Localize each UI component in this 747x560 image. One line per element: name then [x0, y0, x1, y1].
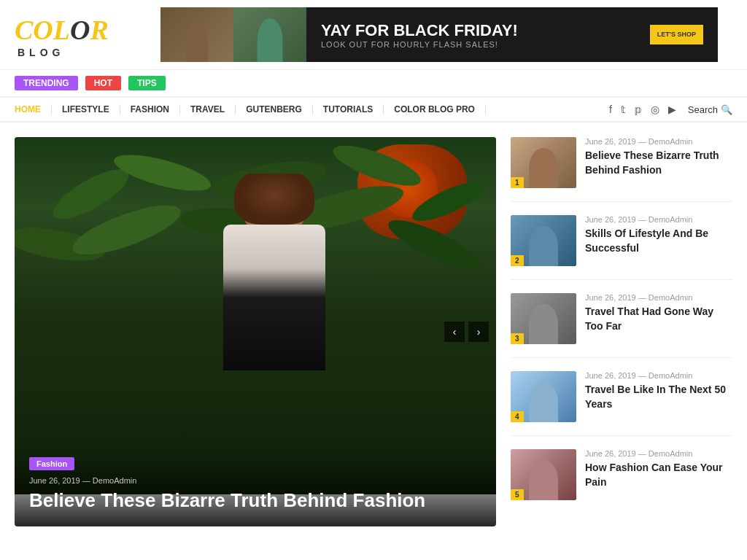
- sidebar-thumb-3: 3: [511, 293, 576, 344]
- tag-trending[interactable]: TRENDING: [15, 76, 78, 90]
- header: COLOR BLOG YAY FOR BLACK FRIDAY! LOOK OU…: [0, 0, 747, 70]
- banner-ad-text: YAY FOR BLACK FRIDAY! LOOK OUT FOR HOURL…: [321, 21, 518, 49]
- main-content: ‹ › Fashion June 26, 2019 — DemoAdmin Be…: [0, 122, 747, 541]
- featured-author: DemoAdmin: [93, 476, 137, 485]
- youtube-icon[interactable]: ▶: [668, 104, 676, 115]
- instagram-icon[interactable]: ◎: [651, 104, 659, 115]
- sidebar-author-4: DemoAdmin: [649, 371, 693, 380]
- sidebar-author-1: DemoAdmin: [649, 137, 693, 146]
- featured-article[interactable]: ‹ › Fashion June 26, 2019 — DemoAdmin Be…: [15, 137, 496, 526]
- thumb-num-5: 5: [511, 489, 524, 500]
- sidebar-info-5: June 26, 2019 — DemoAdmin How Fashion Ca…: [585, 449, 732, 489]
- banner-main-text: YAY FOR BLACK FRIDAY!: [321, 21, 518, 40]
- sidebar-meta-3: June 26, 2019 — DemoAdmin: [585, 293, 732, 302]
- tag-tips[interactable]: TIPS: [128, 76, 166, 90]
- sidebar-meta-5: June 26, 2019 — DemoAdmin: [585, 449, 732, 458]
- featured-image: [15, 137, 496, 494]
- featured-separator: —: [82, 476, 93, 485]
- tag-hot[interactable]: HOT: [85, 76, 121, 90]
- sidebar-item: 1 June 26, 2019 — DemoAdmin Believe Thes…: [511, 137, 732, 202]
- search-icon: 🔍: [721, 104, 732, 115]
- sidebar-info-3: June 26, 2019 — DemoAdmin Travel That Ha…: [585, 293, 732, 333]
- header-banner: YAY FOR BLACK FRIDAY! LOOK OUT FOR HOURL…: [160, 7, 718, 62]
- sidebar-date-3: June 26, 2019: [585, 293, 636, 302]
- sidebar-title-5[interactable]: How Fashion Can Ease Your Pain: [585, 461, 732, 489]
- nav-travel[interactable]: TRAVEL: [180, 104, 236, 114]
- sidebar-item: 2 June 26, 2019 — DemoAdmin Skills Of Li…: [511, 215, 732, 280]
- main-navigation: HOME LIFESTYLE FASHION TRAVEL GUTENBERG …: [0, 96, 747, 122]
- search-label: Search: [688, 104, 718, 115]
- sidebar-title-4[interactable]: Travel Be Like In The Next 50 Years: [585, 383, 732, 411]
- banner-ad: YAY FOR BLACK FRIDAY! LOOK OUT FOR HOURL…: [306, 7, 718, 62]
- featured-category-tag[interactable]: Fashion: [29, 457, 74, 470]
- sidebar-title-2[interactable]: Skills Of Lifestyle And Be Successful: [585, 227, 732, 255]
- thumb-num-1: 1: [511, 177, 524, 188]
- logo[interactable]: COLOR BLOG: [15, 12, 146, 58]
- sidebar: 1 June 26, 2019 — DemoAdmin Believe Thes…: [511, 137, 732, 526]
- sidebar-date-4: June 26, 2019: [585, 371, 636, 380]
- sidebar-title-3[interactable]: Travel That Had Gone Way Too Far: [585, 305, 732, 333]
- sidebar-author-5: DemoAdmin: [649, 449, 693, 458]
- nav-fashion[interactable]: FASHION: [120, 104, 180, 114]
- thumb-num-2: 2: [511, 255, 524, 266]
- thumb-num-4: 4: [511, 411, 524, 422]
- sidebar-author-3: DemoAdmin: [649, 293, 693, 302]
- sidebar-date-5: June 26, 2019: [585, 449, 636, 458]
- nav-color-blog-pro[interactable]: COLOR BLOG PRO: [384, 104, 486, 114]
- social-links: f 𝕥 𝕡 ◎ ▶: [609, 104, 676, 115]
- sidebar-item: 3 June 26, 2019 — DemoAdmin Travel That …: [511, 293, 732, 358]
- sidebar-item: 5 June 26, 2019 — DemoAdmin How Fashion …: [511, 449, 732, 513]
- nav-gutenberg[interactable]: GUTENBERG: [236, 104, 313, 114]
- sidebar-title-1[interactable]: Believe These Bizarre Truth Behind Fashi…: [585, 149, 732, 177]
- sidebar-item: 4 June 26, 2019 — DemoAdmin Travel Be Li…: [511, 371, 732, 436]
- sidebar-meta-1: June 26, 2019 — DemoAdmin: [585, 137, 732, 146]
- featured-meta: June 26, 2019 — DemoAdmin: [29, 476, 481, 485]
- sidebar-author-2: DemoAdmin: [649, 215, 693, 224]
- sidebar-meta-4: June 26, 2019 — DemoAdmin: [585, 371, 732, 380]
- sidebar-thumb-4: 4: [511, 371, 576, 422]
- tag-navigation: TRENDING HOT TIPS: [0, 70, 747, 96]
- thumb-num-3: 3: [511, 333, 524, 344]
- banner-cta-button[interactable]: LET'S SHOP: [650, 25, 703, 45]
- featured-title: Believe These Bizarre Truth Behind Fashi…: [29, 489, 481, 512]
- facebook-icon[interactable]: f: [609, 104, 612, 115]
- sidebar-thumb-2: 2: [511, 215, 576, 266]
- featured-prev-button[interactable]: ‹: [444, 322, 465, 342]
- search-button[interactable]: Search 🔍: [688, 104, 732, 115]
- featured-navigation: ‹ ›: [444, 322, 489, 342]
- nav-home[interactable]: HOME: [15, 104, 52, 114]
- sidebar-thumb-1: 1: [511, 137, 576, 188]
- featured-next-button[interactable]: ›: [468, 322, 489, 342]
- sidebar-info-4: June 26, 2019 — DemoAdmin Travel Be Like…: [585, 371, 732, 411]
- sidebar-info-1: June 26, 2019 — DemoAdmin Believe These …: [585, 137, 732, 177]
- banner-photos: [160, 7, 306, 62]
- twitter-icon[interactable]: 𝕥: [621, 104, 626, 115]
- svg-point-4: [408, 174, 489, 228]
- sidebar-date-1: June 26, 2019: [585, 137, 636, 146]
- pinterest-icon[interactable]: 𝕡: [635, 104, 642, 115]
- banner-sub-text: LOOK OUT FOR HOURLY FLASH SALES!: [321, 40, 518, 49]
- sidebar-meta-2: June 26, 2019 — DemoAdmin: [585, 215, 732, 224]
- svg-point-9: [383, 211, 484, 277]
- sidebar-info-2: June 26, 2019 — DemoAdmin Skills Of Life…: [585, 215, 732, 255]
- sidebar-date-2: June 26, 2019: [585, 215, 636, 224]
- featured-date: June 26, 2019: [29, 476, 80, 485]
- featured-info: Fashion June 26, 2019 — DemoAdmin Believ…: [15, 446, 496, 526]
- logo-blog-text: BLOG: [18, 47, 146, 58]
- sidebar-thumb-5: 5: [511, 449, 576, 500]
- nav-tutorials[interactable]: TUTORIALS: [313, 104, 384, 114]
- nav-lifestyle[interactable]: LIFESTYLE: [52, 104, 120, 114]
